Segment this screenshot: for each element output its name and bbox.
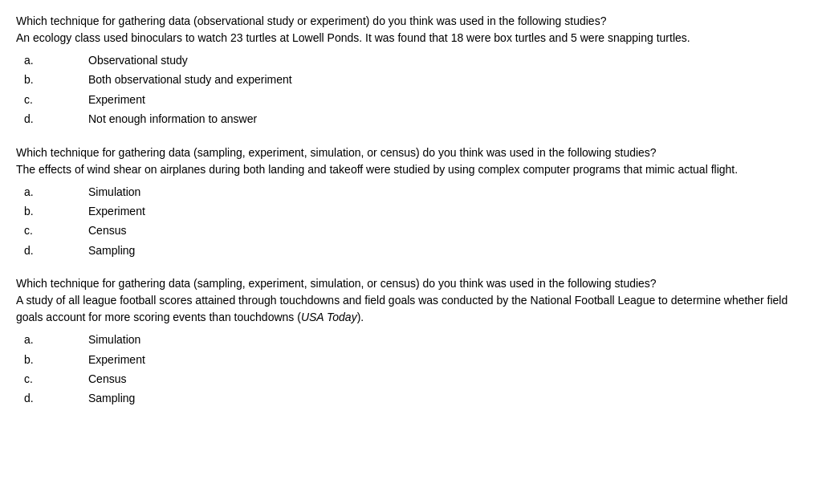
option-letter: b.	[24, 202, 88, 220]
question-text-1: Which technique for gathering data (obse…	[16, 13, 806, 47]
option-text: Census	[88, 370, 126, 388]
option-row: d.Sampling	[24, 389, 806, 407]
option-text: Both observational study and experiment	[88, 71, 292, 88]
option-row: b.Experiment	[24, 351, 806, 368]
option-text: Simulation	[88, 183, 140, 201]
option-row: a.Simulation	[24, 183, 806, 201]
option-text: Sampling	[88, 389, 135, 407]
option-letter: b.	[24, 71, 88, 88]
option-text: Census	[88, 222, 126, 239]
question-text-2: Which technique for gathering data (samp…	[16, 144, 806, 178]
option-row: a.Simulation	[24, 331, 806, 348]
options-list-1: a.Observational studyb.Both observationa…	[24, 51, 806, 128]
option-row: d.Sampling	[24, 242, 806, 259]
option-text: Sampling	[88, 242, 135, 259]
option-letter: a.	[24, 51, 88, 69]
question-block-1: Which technique for gathering data (obse…	[16, 13, 806, 128]
option-row: d.Not enough information to answer	[24, 110, 806, 128]
option-row: a.Observational study	[24, 51, 806, 69]
option-letter: c.	[24, 222, 88, 239]
option-letter: d.	[24, 110, 88, 128]
question-block-3: Which technique for gathering data (samp…	[16, 275, 806, 408]
questions-container: Which technique for gathering data (obse…	[16, 13, 806, 408]
options-list-3: a.Simulationb.Experimentc.Censusd.Sampli…	[24, 331, 806, 408]
option-row: c.Census	[24, 370, 806, 388]
option-text: Experiment	[88, 91, 145, 108]
option-row: c.Experiment	[24, 91, 806, 108]
option-row: c.Census	[24, 222, 806, 239]
option-letter: d.	[24, 242, 88, 259]
option-letter: a.	[24, 183, 88, 201]
option-row: b.Both observational study and experimen…	[24, 71, 806, 88]
option-text: Not enough information to answer	[88, 110, 257, 128]
option-letter: b.	[24, 351, 88, 368]
option-text: Experiment	[88, 202, 145, 220]
options-list-2: a.Simulationb.Experimentc.Censusd.Sampli…	[24, 183, 806, 260]
option-text: Experiment	[88, 351, 145, 368]
option-text: Simulation	[88, 331, 140, 348]
option-letter: c.	[24, 370, 88, 388]
option-row: b.Experiment	[24, 202, 806, 220]
option-letter: a.	[24, 331, 88, 348]
option-text: Observational study	[88, 51, 188, 69]
option-letter: c.	[24, 91, 88, 108]
option-letter: d.	[24, 389, 88, 407]
question-block-2: Which technique for gathering data (samp…	[16, 144, 806, 260]
question-text-3: Which technique for gathering data (samp…	[16, 275, 806, 326]
